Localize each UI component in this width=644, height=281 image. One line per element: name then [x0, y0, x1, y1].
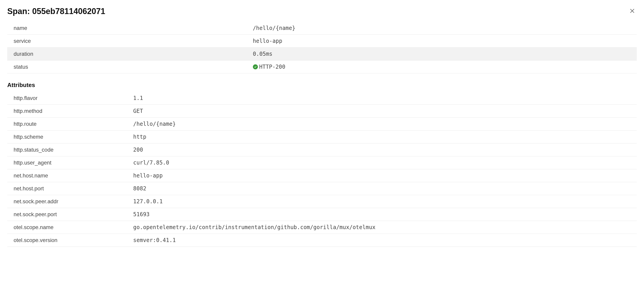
attribute-value: semver:0.41.1: [127, 234, 637, 247]
attribute-value: 51693: [127, 208, 637, 221]
attributes-section-title: Attributes: [7, 82, 637, 88]
attribute-value: curl/7.85.0: [127, 156, 637, 169]
table-row: otel.scope.namego.opentelemetry.io/contr…: [7, 221, 637, 234]
table-row: http.flavor1.1: [7, 92, 637, 105]
attribute-key: otel.scope.version: [7, 234, 127, 247]
span-detail-panel: Span: 055eb78114062071 name /hello/{name…: [0, 0, 644, 253]
table-row: status HTTP-200: [7, 60, 637, 74]
attribute-value: 1.1: [127, 92, 637, 105]
table-row: otel.scope.versionsemver:0.41.1: [7, 234, 637, 247]
table-row: duration 0.05ms: [7, 48, 637, 60]
check-circle-icon: [253, 64, 258, 69]
table-row: http.route/hello/{name}: [7, 118, 637, 130]
attribute-key: http.status_code: [7, 144, 127, 156]
attribute-value: 127.0.0.1: [127, 195, 637, 208]
table-row: http.schemehttp: [7, 130, 637, 144]
table-row: name /hello/{name}: [7, 22, 637, 35]
attribute-value: hello-app: [127, 169, 637, 182]
table-row: http.methodGET: [7, 105, 637, 118]
summary-val-name: /hello/{name}: [246, 22, 637, 35]
attribute-value: http: [127, 130, 637, 144]
table-row: http.user_agentcurl/7.85.0: [7, 156, 637, 169]
span-title-prefix: Span:: [7, 6, 32, 16]
summary-key-name: name: [7, 22, 246, 35]
summary-val-service: hello-app: [246, 35, 637, 48]
span-id: 055eb78114062071: [32, 6, 105, 16]
span-summary-table: name /hello/{name} service hello-app dur…: [7, 22, 637, 74]
table-row: net.sock.peer.addr127.0.0.1: [7, 195, 637, 208]
attribute-value: 8082: [127, 182, 637, 195]
attribute-key: net.host.name: [7, 169, 127, 182]
table-row: service hello-app: [7, 35, 637, 48]
attribute-value: /hello/{name}: [127, 118, 637, 130]
close-icon: [629, 8, 636, 15]
summary-key-duration: duration: [7, 48, 246, 60]
table-row: net.sock.peer.port51693: [7, 208, 637, 221]
attribute-value: go.opentelemetry.io/contrib/instrumentat…: [127, 221, 637, 234]
attribute-key: net.sock.peer.addr: [7, 195, 127, 208]
attribute-key: net.host.port: [7, 182, 127, 195]
status-text: HTTP-200: [259, 64, 286, 70]
attribute-value: GET: [127, 105, 637, 118]
attribute-value: 200: [127, 144, 637, 156]
attribute-key: http.method: [7, 105, 127, 118]
table-row: http.status_code200: [7, 144, 637, 156]
attribute-key: http.route: [7, 118, 127, 130]
attribute-key: http.user_agent: [7, 156, 127, 169]
close-button[interactable]: [628, 6, 637, 16]
summary-key-service: service: [7, 35, 246, 48]
attribute-key: http.flavor: [7, 92, 127, 105]
attribute-key: http.scheme: [7, 130, 127, 144]
attribute-key: otel.scope.name: [7, 221, 127, 234]
summary-val-status: HTTP-200: [246, 60, 637, 74]
attributes-table: http.flavor1.1http.methodGEThttp.route/h…: [7, 92, 637, 247]
attribute-key: net.sock.peer.port: [7, 208, 127, 221]
span-title: Span: 055eb78114062071: [7, 6, 105, 16]
summary-val-duration: 0.05ms: [246, 48, 637, 60]
panel-header: Span: 055eb78114062071: [7, 6, 637, 16]
table-row: net.host.namehello-app: [7, 169, 637, 182]
summary-key-status: status: [7, 60, 246, 74]
table-row: net.host.port8082: [7, 182, 637, 195]
